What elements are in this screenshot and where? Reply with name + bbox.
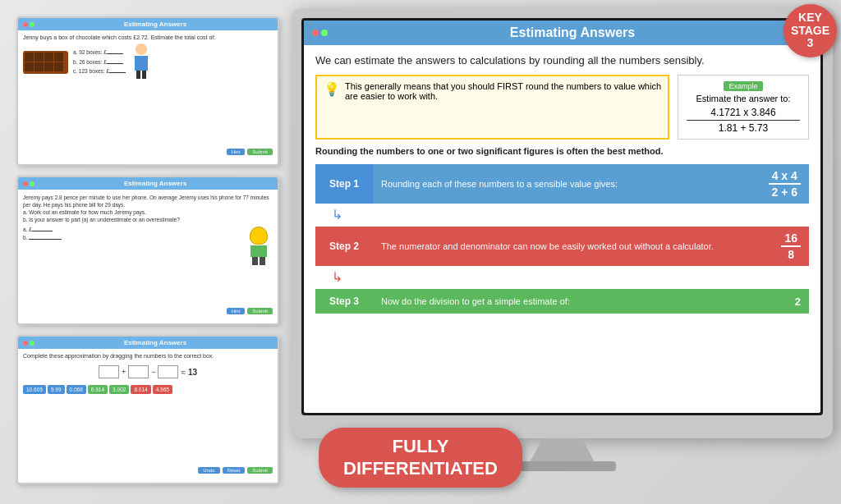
monitor-base — [509, 461, 616, 471]
bulb-icon: 💡 — [324, 81, 340, 97]
arrow-1: ↳ — [332, 208, 809, 222]
key-stage-line2: STAGE — [791, 25, 830, 37]
mini-buttons-2: Hint Submit — [227, 308, 273, 314]
step-2-text: The numerator and denominator can now be… — [381, 241, 714, 251]
chip-999[interactable]: 9.99 — [48, 385, 65, 394]
submit-button-3[interactable]: Submit — [247, 467, 273, 474]
step-3-content: Now do the division to get a simple esti… — [373, 289, 809, 314]
mini-buttons-3: Undo Reset Submit — [198, 467, 273, 474]
mini-dots-3 — [23, 341, 34, 346]
choc-cell — [54, 62, 63, 71]
cartoon-body — [250, 245, 267, 257]
mini-screen-2-title: Estimating Answers — [38, 180, 273, 187]
step-2-label: Step 2 — [315, 227, 373, 266]
chip-8014[interactable]: 8.014 — [131, 385, 150, 394]
hint-button-1[interactable]: Hint — [227, 149, 246, 155]
step-1-label: Step 1 — [315, 164, 373, 204]
chip-4965[interactable]: 4.965 — [153, 385, 172, 394]
screen-dot-red — [312, 30, 319, 36]
chip-6914[interactable]: 6.914 — [88, 385, 108, 394]
left-panel: Estimating Answers Jenny buys a box of c… — [16, 16, 279, 484]
choc-cell — [25, 62, 34, 71]
choc-cell — [54, 53, 63, 62]
step-2-wrapper: Step 2 The numerator and denominator can… — [315, 227, 809, 266]
choc-cell — [25, 53, 34, 62]
mini-screen-2-question: Jeremy pays 2.8 pence per minute to use … — [23, 194, 273, 223]
leg — [142, 71, 146, 79]
cartoon-leg — [252, 257, 258, 265]
cartoon-legs — [244, 257, 273, 265]
mini-screen-3: Estimating Answers Complete these approx… — [16, 335, 279, 484]
chip-10609[interactable]: 10.609 — [23, 385, 46, 394]
submit-button-1[interactable]: Submit — [247, 149, 273, 155]
reset-button-3[interactable]: Reset — [223, 467, 246, 474]
number-chips: 10.609 9.99 0.068 6.914 3.002 8.014 4.96… — [23, 385, 273, 394]
mini-dot-green-3 — [30, 341, 34, 346]
step-1-wrapper: Step 1 Rounding each of these numbers to… — [315, 164, 809, 204]
cartoon-figure-2 — [244, 227, 273, 272]
step-3-text: Now do the division to get a simple esti… — [381, 296, 570, 306]
mini-screen-2-content: Jeremy pays 2.8 pence per minute to use … — [18, 190, 278, 318]
mini-screen-1: Estimating Answers Jenny buys a box of c… — [16, 16, 279, 166]
submit-button-2[interactable]: Submit — [247, 308, 273, 314]
example-numerator: 4.1721 x 3.846 — [687, 107, 800, 121]
mini-dot-green-2 — [30, 181, 34, 186]
legs — [131, 71, 151, 79]
mini-screen-1-header: Estimating Answers — [18, 18, 278, 30]
step-3-label: Step 3 — [315, 289, 373, 314]
key-stage-badge: KEY STAGE 3 — [784, 4, 837, 57]
chip-0068[interactable]: 0.068 — [67, 385, 86, 394]
step-3-row: Step 3 Now do the division to get a simp… — [315, 289, 809, 314]
drag-box-3[interactable] — [158, 365, 178, 378]
answer-a: a. £ — [23, 227, 241, 232]
step-1-row: Step 1 Rounding each of these numbers to… — [315, 164, 809, 204]
screen-inner: Estimating Answers We can estimate the a… — [304, 21, 820, 413]
head — [136, 44, 147, 55]
example-fraction: 4.1721 x 3.846 1.81 + 5.73 — [687, 107, 800, 134]
approx-sign: ≈ — [181, 368, 186, 377]
mini-screen-2-header: Estimating Answers — [18, 177, 278, 190]
fully-diff-line2: DIFFERENTIATED — [343, 458, 498, 479]
step-3-wrapper: Step 3 Now do the division to get a simp… — [315, 289, 809, 314]
mini-screen-1-title: Estimating Answers — [38, 21, 273, 28]
steps-container: Step 1 Rounding each of these numbers to… — [315, 164, 809, 314]
step-2-content: The numerator and denominator can now be… — [373, 227, 809, 266]
mini-dots-1 — [23, 22, 34, 27]
person-figure-1 — [131, 44, 151, 80]
chip-3002[interactable]: 3.002 — [109, 385, 129, 394]
intro-text: We can estimate the answers to calculati… — [315, 53, 809, 68]
drag-box-1[interactable] — [99, 365, 119, 378]
step-1-num: 4 x 4 — [769, 169, 801, 185]
step-1-content: Rounding each of these numbers to a sens… — [373, 164, 809, 204]
option-b: b. 26 boxes: £ — [73, 57, 126, 67]
key-stage-line3: 3 — [807, 37, 814, 49]
example-box: Example Estimate the answer to: 4.1721 x… — [678, 75, 809, 140]
body — [135, 56, 148, 71]
fully-diff-line1: FULLY — [343, 436, 498, 457]
step-2-row: Step 2 The numerator and denominator can… — [315, 227, 809, 266]
undo-button-3[interactable]: Undo — [198, 467, 219, 474]
choc-cell — [34, 62, 44, 71]
option-c: c. 123 boxes: £ — [73, 66, 126, 76]
minus-sign: − — [151, 368, 155, 376]
step-2-num: 16 — [781, 231, 801, 247]
mini-screen-2: Estimating Answers Jeremy pays 2.8 pence… — [16, 176, 279, 325]
mini-buttons-1: Hint Submit — [227, 149, 273, 155]
mini-screen-3-question: Complete these approximation by dragging… — [23, 353, 273, 359]
fully-differentiated-badge: FULLY DIFFERENTIATED — [319, 428, 522, 488]
choc-cell — [44, 53, 53, 62]
drag-box-2[interactable] — [128, 365, 149, 378]
mini-screen-1-options: a. 92 boxes: £ b. 26 boxes: £ c. 123 box… — [73, 48, 126, 76]
step-1-fraction: 4 x 4 2 + 6 — [768, 169, 801, 199]
rounding-note: Rounding the numbers to one or two signi… — [315, 146, 809, 156]
approx-result: 13 — [188, 368, 197, 377]
hint-button-2[interactable]: Hint — [227, 308, 246, 314]
cartoon-head — [250, 227, 268, 245]
mini-dot-red-3 — [23, 341, 28, 346]
answer-b: b. — [23, 235, 241, 241]
mini-dot-red-1 — [23, 22, 28, 27]
drag-equation: + − ≈ 13 — [23, 365, 273, 378]
choc-cell — [34, 53, 44, 62]
mini-screen-1-question: Jenny buys a box of chocolate which cost… — [23, 34, 273, 40]
screen-content: We can estimate the answers to calculati… — [304, 45, 820, 413]
